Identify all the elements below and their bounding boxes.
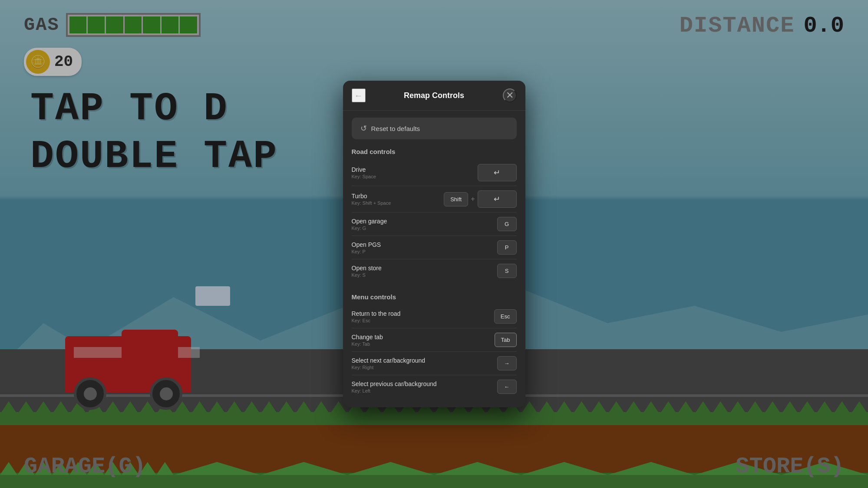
section-spacer: [352, 285, 517, 291]
drive-name: Drive: [352, 166, 478, 173]
modal-close-button[interactable]: ✕: [503, 88, 517, 102]
control-row-turbo: Turbo Key: Shift + Space Shift + ↵: [352, 186, 517, 213]
garage-ctrl-name: Open garage: [352, 218, 497, 225]
return-ctrl-name: Return to the road: [352, 310, 494, 317]
drive-key-display: ↵: [478, 164, 517, 181]
modal-back-button[interactable]: ←: [352, 88, 366, 102]
prev-car-info: Select previous car/background Key: Left: [352, 380, 497, 393]
control-row-pgs: Open PGS Key: P P: [352, 236, 517, 259]
garage-key-hint: Key: G: [352, 226, 497, 231]
reset-defaults-button[interactable]: ↺ Reset to defaults: [352, 118, 517, 139]
next-car-key-display: →: [497, 356, 517, 370]
store-ctrl-name: Open store: [352, 265, 497, 272]
reset-label: Reset to defaults: [371, 125, 420, 132]
control-row-next-car: Select next car/background Key: Right →: [352, 352, 517, 375]
turbo-key-hint: Key: Shift + Space: [352, 200, 444, 206]
return-key-display: Esc: [494, 309, 517, 324]
garage-key-button[interactable]: G: [497, 217, 517, 231]
next-car-ctrl-name: Select next car/background: [352, 357, 497, 364]
close-icon: ✕: [506, 90, 514, 101]
store-key-hint: Key: S: [352, 272, 497, 278]
return-key-button[interactable]: Esc: [494, 309, 517, 324]
turbo-info: Turbo Key: Shift + Space: [352, 193, 444, 206]
modal-body: ↺ Reset to defaults Road controls Drive …: [343, 111, 525, 407]
store-info: Open store Key: S: [352, 265, 497, 278]
pgs-ctrl-name: Open PGS: [352, 241, 497, 248]
modal-header: ← Remap Controls ✕: [343, 81, 525, 111]
pgs-info: Open PGS Key: P: [352, 241, 497, 254]
reset-icon: ↺: [360, 124, 367, 133]
modal-title: Remap Controls: [366, 91, 503, 100]
drive-info: Drive Key: Space: [352, 166, 478, 179]
tab-key-button[interactable]: Tab: [495, 333, 517, 347]
tab-info: Change tab Key: Tab: [352, 334, 495, 347]
modal-overlay: ← Remap Controls ✕ ↺ Reset to defaults R…: [0, 0, 868, 488]
next-car-info: Select next car/background Key: Right: [352, 357, 497, 370]
turbo-name: Turbo: [352, 193, 444, 200]
tab-key-hint: Key: Tab: [352, 341, 495, 347]
control-row-drive: Drive Key: Space ↵: [352, 160, 517, 186]
next-car-key-hint: Key: Right: [352, 365, 497, 370]
control-row-tab: Change tab Key: Tab Tab: [352, 328, 517, 352]
pgs-key-display: P: [497, 240, 517, 255]
pgs-key-hint: Key: P: [352, 249, 497, 254]
garage-info: Open garage Key: G: [352, 218, 497, 231]
prev-car-key-hint: Key: Left: [352, 388, 497, 393]
remap-controls-modal: ← Remap Controls ✕ ↺ Reset to defaults R…: [343, 81, 525, 407]
road-controls-header: Road controls: [352, 148, 517, 155]
control-row-store: Open store Key: S S: [352, 259, 517, 282]
pgs-key-button[interactable]: P: [497, 240, 517, 255]
control-row-prev-car: Select previous car/background Key: Left…: [352, 375, 517, 398]
turbo-plus: +: [471, 195, 475, 203]
menu-controls-section: Menu controls Return to the road Key: Es…: [352, 293, 517, 398]
next-car-key-button[interactable]: →: [497, 356, 517, 370]
prev-car-key-display: ←: [497, 380, 517, 394]
drive-key-icon: ↵: [494, 168, 500, 177]
return-info: Return to the road Key: Esc: [352, 310, 494, 323]
return-key-hint: Key: Esc: [352, 318, 494, 323]
road-controls-section: Road controls Drive Key: Space ↵: [352, 148, 517, 282]
drive-key-hint: Key: Space: [352, 174, 478, 179]
prev-car-ctrl-name: Select previous car/background: [352, 380, 497, 387]
menu-controls-header: Menu controls: [352, 293, 517, 301]
store-key-display: S: [497, 264, 517, 278]
turbo-shift-button[interactable]: Shift: [444, 192, 468, 206]
turbo-space-button[interactable]: ↵: [478, 190, 517, 208]
store-key-button[interactable]: S: [497, 264, 517, 278]
garage-key-display: G: [497, 217, 517, 231]
control-row-return: Return to the road Key: Esc Esc: [352, 305, 517, 328]
back-icon: ←: [354, 91, 363, 101]
drive-key-button[interactable]: ↵: [478, 164, 517, 181]
turbo-key-display: Shift + ↵: [444, 190, 516, 208]
tab-ctrl-name: Change tab: [352, 334, 495, 341]
control-row-garage: Open garage Key: G G: [352, 213, 517, 236]
prev-car-key-button[interactable]: ←: [497, 380, 517, 394]
tab-key-display: Tab: [495, 333, 517, 347]
